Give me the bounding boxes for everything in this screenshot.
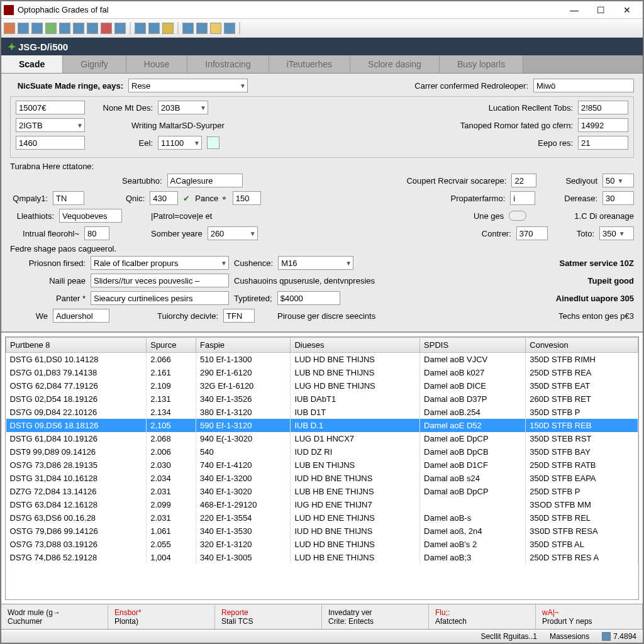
- input-seartubho[interactable]: [167, 174, 243, 187]
- tool-icon-12[interactable]: [162, 23, 174, 34]
- label-contrer: Contrer:: [482, 229, 511, 238]
- tool-icon-4[interactable]: [45, 23, 57, 34]
- maximize-button[interactable]: ☐: [587, 2, 614, 18]
- table-row[interactable]: OS7G 73,D88 03.191262.055320 Ef-1-3120LU…: [6, 538, 638, 551]
- tab-gignify[interactable]: Gignify: [63, 55, 126, 73]
- tool-icon-13[interactable]: [182, 23, 194, 34]
- footer-tab[interactable]: Wodr mule (g→Cuchumer: [1, 604, 108, 629]
- input-aduershol[interactable]: [53, 309, 109, 323]
- toggle-uneges[interactable]: [509, 211, 526, 221]
- tool-icon-15[interactable]: [210, 23, 221, 34]
- label-tanoped: Tanoped Romor fated go cfern:: [460, 121, 573, 130]
- select-rale[interactable]: Rale of ficalber propurs▼: [91, 256, 229, 270]
- input-1460[interactable]: [16, 136, 85, 150]
- tool-icon-16[interactable]: [224, 23, 235, 34]
- footer-tab[interactable]: wA|~Produrt Y neps: [536, 604, 643, 629]
- input-qnic[interactable]: [150, 191, 178, 205]
- select-sliders[interactable]: Sliders//tur veces pouveslic –: [91, 274, 229, 287]
- table-row[interactable]: DS7G 09,D84 22.101262.134380 Ef-1-3120IU…: [6, 406, 638, 419]
- select-203b[interactable]: 203B▼: [158, 101, 208, 114]
- table-row[interactable]: DSTG 63,D84 12.161282.099468-Ef-1-29120I…: [6, 498, 638, 511]
- input-propater[interactable]: [510, 191, 535, 205]
- tool-icon-10[interactable]: [135, 23, 146, 34]
- input-intrual[interactable]: [84, 226, 109, 240]
- table-row[interactable]: DSTG 31,D84 10.161282.034340 Ef-1-3200IU…: [6, 472, 638, 485]
- table-cell: 940 E(-1-3020: [196, 432, 291, 445]
- tool-icon-3[interactable]: [31, 23, 43, 34]
- table-cell: Damel aoB D1CF: [420, 458, 526, 472]
- input-typtireted[interactable]: [277, 291, 340, 305]
- input-15007[interactable]: [16, 101, 85, 114]
- column-header[interactable]: Faspie: [196, 338, 291, 353]
- column-header[interactable]: Purtbene 8: [6, 338, 147, 353]
- label-naili: Naili peae: [10, 276, 86, 286]
- tool-icon-8[interactable]: [101, 23, 112, 34]
- footer-tab[interactable]: ReporteStali TCS: [215, 604, 322, 629]
- input-qmpaly[interactable]: [53, 191, 84, 205]
- select-sediyout[interactable]: 50▼: [602, 174, 634, 187]
- table-cell: 590 Ef-1-3120: [196, 419, 291, 432]
- tool-icon-14[interactable]: [196, 23, 208, 34]
- table-row[interactable]: DS7G 74,D86 52.191281,004340 Ef-1-3005LU…: [6, 551, 638, 564]
- table-row[interactable]: DZ7G 72,D84 13.141262.031340 Ef-1-3020LU…: [6, 485, 638, 498]
- table-cell: DSTG 61,DS0 10.14128: [6, 353, 147, 367]
- tool-icon-5[interactable]: [59, 23, 70, 34]
- tab-scade[interactable]: Scade: [1, 55, 63, 73]
- input-coupert[interactable]: [511, 174, 536, 187]
- tool-icon-1[interactable]: [4, 23, 15, 34]
- table-row[interactable]: DSTG 61,DS0 10.141282.066510 Ef-1-1300LU…: [6, 353, 638, 367]
- minimize-button[interactable]: —: [561, 2, 587, 18]
- table-row[interactable]: OSTG 62,D84 77.191262.10932G Ef-1-6120LU…: [6, 379, 638, 392]
- select-cushence[interactable]: M16▼: [278, 256, 353, 270]
- table-row[interactable]: DSTG 61,D84 10.191262.068940 E(-1-3020LU…: [6, 432, 638, 445]
- input-derease[interactable]: [602, 191, 634, 205]
- label-carrer: Carrer confermed Redroleoper:: [414, 81, 528, 91]
- footer-tab[interactable]: Ensbor*Plonta): [108, 604, 215, 629]
- title-bar: Optophadic Grades of fal — ☐ ✕: [1, 1, 643, 19]
- column-header[interactable]: Spurce: [147, 338, 196, 353]
- tool-icon-11[interactable]: [148, 23, 160, 34]
- table-cell: 340 Ef-1-3200: [196, 472, 291, 485]
- input-eepo[interactable]: [578, 136, 628, 150]
- input-tfn[interactable]: [223, 309, 255, 323]
- footer-tab[interactable]: Invedatry verCrite: Entects: [322, 604, 429, 629]
- input-redroleoper[interactable]: [533, 79, 634, 92]
- table-row[interactable]: DST9 99,D89 09.141262.006540IUD DZ RIDam…: [6, 445, 638, 458]
- select-rese[interactable]: Rese▼: [128, 79, 248, 92]
- toolbar: [1, 19, 643, 38]
- tab-busy loparls[interactable]: Busy loparls: [440, 55, 523, 73]
- tool-icon-7[interactable]: [87, 23, 98, 34]
- column-header[interactable]: SPDIS: [420, 338, 526, 353]
- table-cell: Damel aoB DICE: [420, 379, 526, 392]
- table-row[interactable]: DS7G 01,D83 79.141382.161290 Ef-1-6120LU…: [6, 366, 638, 379]
- cal-icon[interactable]: [207, 136, 219, 149]
- tool-icon-2[interactable]: [18, 23, 29, 34]
- tab-house[interactable]: House: [126, 55, 187, 73]
- input-lleathiots[interactable]: [59, 209, 122, 223]
- table-row[interactable]: OSTG 79,D86 99.141261.061340 Ef-1-3530IU…: [6, 525, 638, 538]
- input-contrer[interactable]: [516, 226, 548, 240]
- tab-sclore dasing[interactable]: Sclore dasing: [350, 55, 440, 73]
- select-toto[interactable]: 350▼: [599, 226, 634, 240]
- input-pance[interactable]: [233, 191, 261, 205]
- table-row[interactable]: OS7G 73,D86 28.191352.030740 Ef-1-4120LU…: [6, 458, 638, 472]
- close-button[interactable]: ✕: [614, 2, 640, 18]
- tool-icon-9[interactable]: [114, 23, 126, 34]
- table-scroll[interactable]: Purtbene 8SpurceFaspieDiuesesSPDISConves…: [5, 336, 639, 600]
- tab-infostracing[interactable]: Infostracing: [187, 55, 269, 73]
- tab-iteutuerhes[interactable]: iTeutuerhes: [269, 55, 350, 73]
- select-eel[interactable]: 11100▼: [158, 136, 202, 150]
- footer-tab[interactable]: Flu;:Afatctech: [429, 604, 536, 629]
- table-row[interactable]: DS7G 63,DS6 00.16.282.031220 Ef-1-3554LU…: [6, 511, 638, 525]
- select-sieacury[interactable]: Sieacury curtinelices pesirs: [91, 291, 229, 305]
- table-row[interactable]: DSTG 09,DS6 18.181262,105590 Ef-1-3120IU…: [6, 419, 638, 432]
- input-lucation[interactable]: [578, 101, 628, 114]
- column-header[interactable]: Diueses: [291, 338, 420, 353]
- select-2igtb[interactable]: 2IGTB▼: [16, 118, 85, 132]
- table-cell: 340 Ef-1-3020: [196, 485, 291, 498]
- table-row[interactable]: DSTG 02,D54 18.191262.131340 Ef-1-3526IU…: [6, 392, 638, 406]
- tool-icon-6[interactable]: [73, 23, 84, 34]
- select-somber[interactable]: 260▼: [208, 226, 258, 240]
- input-tanoped[interactable]: [578, 118, 628, 132]
- column-header[interactable]: Convesion: [526, 338, 638, 353]
